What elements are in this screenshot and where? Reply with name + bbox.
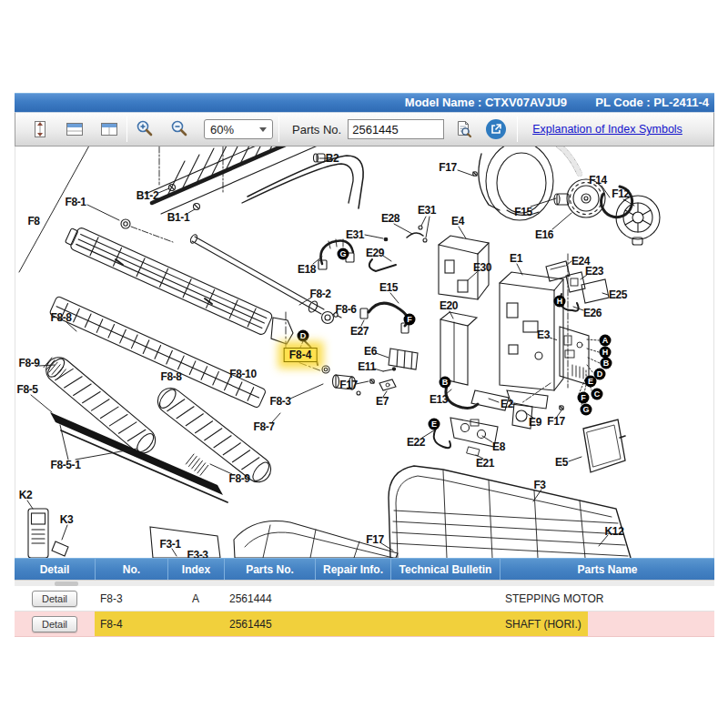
diagram-part-label: F8-5-1 bbox=[51, 459, 81, 471]
toolbar-separator bbox=[278, 116, 279, 142]
diagram-part-label: E16 bbox=[535, 228, 553, 241]
diagram-index-symbol: D bbox=[298, 330, 309, 342]
diagram-part-label: F8-7 bbox=[253, 420, 274, 433]
diagram-part-label: F8-6 bbox=[335, 303, 356, 316]
parts-search-button[interactable] bbox=[451, 117, 475, 141]
diagram-part-label: E31 bbox=[346, 228, 364, 241]
diagram-part-label: E25 bbox=[609, 288, 627, 301]
diagram-part-label: F17 bbox=[339, 379, 357, 391]
toolbar: 60% Parts No. Exp bbox=[15, 112, 714, 147]
layout-vertical-button[interactable] bbox=[97, 117, 121, 141]
table-cell bbox=[315, 612, 390, 636]
diagram-index-symbol: B bbox=[440, 377, 451, 389]
diagram-part-label: E27 bbox=[350, 325, 369, 338]
diagram-part-label: E30 bbox=[473, 261, 491, 274]
diagram-part-label: K12 bbox=[605, 525, 624, 538]
zoom-out-button[interactable] bbox=[167, 117, 191, 141]
parts-no-label: Parts No. bbox=[292, 123, 341, 136]
fit-height-icon bbox=[31, 119, 49, 139]
parts-catalog-window: Model Name : CTXV07AVJU9 PL Code : PL-24… bbox=[15, 93, 714, 637]
table-cell: F8-3 bbox=[95, 586, 167, 611]
diagram-index-symbol: F bbox=[578, 392, 590, 404]
diagram-part-label: E31 bbox=[418, 204, 436, 217]
open-external-icon bbox=[490, 123, 502, 136]
table-row: DetailF8-42561445SHAFT (HORI.) bbox=[15, 612, 714, 637]
title-bar: Model Name : CTXV07AVJU9 PL Code : PL-24… bbox=[15, 93, 714, 112]
diagram-part-label: E7 bbox=[376, 395, 389, 408]
diagram-part-label: F8-2 bbox=[309, 288, 330, 300]
diagram-index-symbol: B bbox=[601, 358, 612, 369]
pl-code: PL Code : PL-2411-4 bbox=[595, 96, 709, 109]
parts-diagram[interactable]: B2B1-2B1-1F8-1F8F17F15F14F12E16E28E31E31… bbox=[15, 147, 714, 558]
parts-search-icon bbox=[453, 119, 473, 139]
diagram-label-highlighted[interactable]: F8-4 bbox=[284, 348, 318, 362]
toolbar-separator bbox=[126, 116, 127, 142]
parts-no-input[interactable] bbox=[348, 119, 444, 139]
zoom-out-icon bbox=[169, 119, 189, 139]
diagram-index-symbol: G bbox=[338, 248, 349, 260]
diagram-part-label: B2 bbox=[326, 152, 339, 165]
diagram-part-label: F8-9 bbox=[18, 357, 39, 369]
diagram-part-label: F8-10 bbox=[229, 368, 256, 380]
diagram-part-label: K3 bbox=[60, 513, 74, 526]
diagram-part-label: E1 bbox=[510, 252, 522, 265]
diagram-part-label: E8 bbox=[492, 440, 505, 453]
diagram-part-label: F3-3 bbox=[187, 549, 207, 558]
table-cell: 2561444 bbox=[224, 586, 315, 611]
column-header-no-: No. bbox=[95, 559, 167, 580]
table-row: DetailF8-3A2561444STEPPING MOTOR bbox=[15, 586, 714, 612]
table-scroll-strip bbox=[15, 580, 714, 586]
zoom-in-button[interactable] bbox=[133, 117, 157, 141]
diagram-part-label: F12 bbox=[612, 187, 629, 200]
diagram-part-label: F15 bbox=[514, 206, 531, 218]
diagram-part-label: F3-1 bbox=[159, 538, 180, 551]
table-cell bbox=[390, 586, 500, 611]
layout-vertical-icon bbox=[99, 121, 119, 137]
detail-button[interactable]: Detail bbox=[32, 616, 77, 632]
table-cell bbox=[390, 612, 500, 636]
diagram-part-label: F8-9 bbox=[228, 472, 249, 485]
diagram-part-label: E26 bbox=[583, 307, 602, 319]
column-header-detail: Detail bbox=[15, 559, 95, 580]
table-cell bbox=[167, 612, 224, 636]
diagram-index-symbol: F bbox=[404, 314, 416, 326]
table-cell: SHAFT (HORI.) bbox=[500, 612, 714, 636]
diagram-part-label: E22 bbox=[407, 436, 425, 449]
diagram-index-symbol: H bbox=[554, 296, 566, 308]
layout-horizontal-button[interactable] bbox=[63, 117, 86, 141]
column-header-parts-name: Parts Name bbox=[500, 559, 714, 580]
diagram-part-label: B1-2 bbox=[136, 189, 158, 202]
zoom-in-icon bbox=[135, 119, 155, 139]
parts-table: DetailNo.IndexParts No.Repair Info.Techn… bbox=[15, 558, 714, 637]
table-cell: STEPPING MOTOR bbox=[500, 586, 714, 611]
scrollbar-thumb[interactable] bbox=[55, 581, 78, 586]
diagram-index-symbol: G bbox=[581, 404, 592, 416]
table-cell: A bbox=[167, 586, 224, 611]
layout-horizontal-icon bbox=[65, 121, 85, 137]
diagram-part-label: E29 bbox=[366, 247, 384, 259]
fit-height-button[interactable] bbox=[28, 117, 52, 141]
diagram-part-label: E20 bbox=[440, 299, 458, 312]
column-header-parts-no-: Parts No. bbox=[224, 559, 315, 580]
diagram-part-label: E2 bbox=[500, 398, 513, 410]
explanation-of-index-symbols-link[interactable]: Explanation of Index Symbols bbox=[532, 123, 682, 136]
diagram-part-label: F8-5 bbox=[16, 383, 37, 396]
detail-button[interactable]: Detail bbox=[32, 591, 77, 607]
open-external-button[interactable] bbox=[486, 119, 506, 139]
diagram-part-label: B1-1 bbox=[167, 211, 189, 224]
diagram-part-label: F17 bbox=[547, 415, 564, 428]
diagram-part-label: F8-3 bbox=[269, 395, 290, 408]
parts-table-header: DetailNo.IndexParts No.Repair Info.Techn… bbox=[15, 558, 714, 580]
diagram-part-label: K2 bbox=[19, 489, 33, 501]
diagram-part-label: E18 bbox=[298, 263, 316, 276]
column-header-technical-bulletin: Technical Bulletin bbox=[390, 559, 500, 580]
zoom-level-select[interactable]: 60% bbox=[204, 119, 273, 139]
detail-cell: Detail bbox=[15, 586, 95, 611]
diagram-part-label: E9 bbox=[529, 416, 541, 429]
column-header-index: Index bbox=[167, 559, 224, 580]
diagram-index-symbol: A bbox=[600, 335, 612, 347]
diagram-part-label: E28 bbox=[381, 212, 399, 225]
diagram-part-label: F3 bbox=[533, 479, 545, 491]
diagram-part-label: E5 bbox=[555, 456, 568, 469]
diagram-part-label: E13 bbox=[430, 393, 448, 406]
